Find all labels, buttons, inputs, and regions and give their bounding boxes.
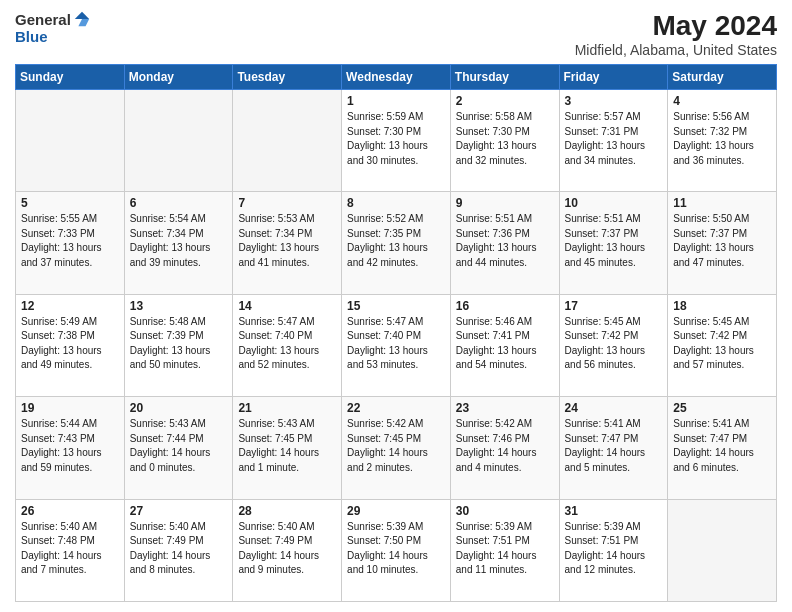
day-number: 17 — [565, 299, 663, 313]
day-number: 4 — [673, 94, 771, 108]
day-number: 3 — [565, 94, 663, 108]
calendar-cell: 14Sunrise: 5:47 AM Sunset: 7:40 PM Dayli… — [233, 294, 342, 396]
calendar-cell — [124, 90, 233, 192]
calendar-cell: 29Sunrise: 5:39 AM Sunset: 7:50 PM Dayli… — [342, 499, 451, 601]
week-row-3: 19Sunrise: 5:44 AM Sunset: 7:43 PM Dayli… — [16, 397, 777, 499]
day-header-tuesday: Tuesday — [233, 65, 342, 90]
calendar-cell: 15Sunrise: 5:47 AM Sunset: 7:40 PM Dayli… — [342, 294, 451, 396]
calendar-cell: 12Sunrise: 5:49 AM Sunset: 7:38 PM Dayli… — [16, 294, 125, 396]
day-number: 18 — [673, 299, 771, 313]
calendar-cell: 25Sunrise: 5:41 AM Sunset: 7:47 PM Dayli… — [668, 397, 777, 499]
calendar-cell — [16, 90, 125, 192]
day-info: Sunrise: 5:40 AM Sunset: 7:49 PM Dayligh… — [130, 520, 228, 578]
day-info: Sunrise: 5:45 AM Sunset: 7:42 PM Dayligh… — [673, 315, 771, 373]
calendar-cell: 30Sunrise: 5:39 AM Sunset: 7:51 PM Dayli… — [450, 499, 559, 601]
svg-marker-0 — [75, 12, 89, 19]
day-info: Sunrise: 5:43 AM Sunset: 7:44 PM Dayligh… — [130, 417, 228, 475]
day-number: 1 — [347, 94, 445, 108]
day-number: 5 — [21, 196, 119, 210]
day-info: Sunrise: 5:59 AM Sunset: 7:30 PM Dayligh… — [347, 110, 445, 168]
calendar-cell: 21Sunrise: 5:43 AM Sunset: 7:45 PM Dayli… — [233, 397, 342, 499]
day-info: Sunrise: 5:43 AM Sunset: 7:45 PM Dayligh… — [238, 417, 336, 475]
day-header-wednesday: Wednesday — [342, 65, 451, 90]
day-info: Sunrise: 5:51 AM Sunset: 7:36 PM Dayligh… — [456, 212, 554, 270]
day-number: 30 — [456, 504, 554, 518]
day-number: 29 — [347, 504, 445, 518]
calendar-cell: 4Sunrise: 5:56 AM Sunset: 7:32 PM Daylig… — [668, 90, 777, 192]
calendar-cell — [233, 90, 342, 192]
day-info: Sunrise: 5:49 AM Sunset: 7:38 PM Dayligh… — [21, 315, 119, 373]
day-info: Sunrise: 5:56 AM Sunset: 7:32 PM Dayligh… — [673, 110, 771, 168]
day-number: 12 — [21, 299, 119, 313]
logo-general-text: General — [15, 11, 71, 28]
week-row-0: 1Sunrise: 5:59 AM Sunset: 7:30 PM Daylig… — [16, 90, 777, 192]
page: General Blue May 2024 Midfield, Alabama,… — [0, 0, 792, 612]
day-info: Sunrise: 5:53 AM Sunset: 7:34 PM Dayligh… — [238, 212, 336, 270]
calendar-cell: 24Sunrise: 5:41 AM Sunset: 7:47 PM Dayli… — [559, 397, 668, 499]
day-info: Sunrise: 5:39 AM Sunset: 7:50 PM Dayligh… — [347, 520, 445, 578]
header: General Blue May 2024 Midfield, Alabama,… — [15, 10, 777, 58]
calendar-cell: 16Sunrise: 5:46 AM Sunset: 7:41 PM Dayli… — [450, 294, 559, 396]
day-number: 20 — [130, 401, 228, 415]
day-number: 11 — [673, 196, 771, 210]
day-number: 13 — [130, 299, 228, 313]
day-number: 28 — [238, 504, 336, 518]
day-number: 22 — [347, 401, 445, 415]
logo: General Blue — [15, 10, 91, 45]
day-number: 19 — [21, 401, 119, 415]
logo-blue-text: Blue — [15, 28, 48, 45]
main-title: May 2024 — [575, 10, 777, 42]
week-row-2: 12Sunrise: 5:49 AM Sunset: 7:38 PM Dayli… — [16, 294, 777, 396]
calendar-table: SundayMondayTuesdayWednesdayThursdayFrid… — [15, 64, 777, 602]
calendar-cell: 26Sunrise: 5:40 AM Sunset: 7:48 PM Dayli… — [16, 499, 125, 601]
week-row-4: 26Sunrise: 5:40 AM Sunset: 7:48 PM Dayli… — [16, 499, 777, 601]
day-number: 9 — [456, 196, 554, 210]
day-number: 31 — [565, 504, 663, 518]
calendar-cell: 17Sunrise: 5:45 AM Sunset: 7:42 PM Dayli… — [559, 294, 668, 396]
calendar-cell: 6Sunrise: 5:54 AM Sunset: 7:34 PM Daylig… — [124, 192, 233, 294]
calendar-cell: 11Sunrise: 5:50 AM Sunset: 7:37 PM Dayli… — [668, 192, 777, 294]
day-header-saturday: Saturday — [668, 65, 777, 90]
calendar-cell: 31Sunrise: 5:39 AM Sunset: 7:51 PM Dayli… — [559, 499, 668, 601]
header-row: SundayMondayTuesdayWednesdayThursdayFrid… — [16, 65, 777, 90]
calendar-body: 1Sunrise: 5:59 AM Sunset: 7:30 PM Daylig… — [16, 90, 777, 602]
day-info: Sunrise: 5:44 AM Sunset: 7:43 PM Dayligh… — [21, 417, 119, 475]
day-number: 16 — [456, 299, 554, 313]
calendar-cell: 28Sunrise: 5:40 AM Sunset: 7:49 PM Dayli… — [233, 499, 342, 601]
calendar-cell: 22Sunrise: 5:42 AM Sunset: 7:45 PM Dayli… — [342, 397, 451, 499]
calendar-cell: 7Sunrise: 5:53 AM Sunset: 7:34 PM Daylig… — [233, 192, 342, 294]
day-info: Sunrise: 5:54 AM Sunset: 7:34 PM Dayligh… — [130, 212, 228, 270]
day-number: 2 — [456, 94, 554, 108]
calendar-cell: 19Sunrise: 5:44 AM Sunset: 7:43 PM Dayli… — [16, 397, 125, 499]
day-info: Sunrise: 5:41 AM Sunset: 7:47 PM Dayligh… — [673, 417, 771, 475]
calendar-cell: 3Sunrise: 5:57 AM Sunset: 7:31 PM Daylig… — [559, 90, 668, 192]
calendar-cell: 9Sunrise: 5:51 AM Sunset: 7:36 PM Daylig… — [450, 192, 559, 294]
calendar-cell: 8Sunrise: 5:52 AM Sunset: 7:35 PM Daylig… — [342, 192, 451, 294]
day-number: 23 — [456, 401, 554, 415]
title-block: May 2024 Midfield, Alabama, United State… — [575, 10, 777, 58]
day-number: 25 — [673, 401, 771, 415]
day-info: Sunrise: 5:47 AM Sunset: 7:40 PM Dayligh… — [347, 315, 445, 373]
day-info: Sunrise: 5:52 AM Sunset: 7:35 PM Dayligh… — [347, 212, 445, 270]
day-info: Sunrise: 5:50 AM Sunset: 7:37 PM Dayligh… — [673, 212, 771, 270]
day-number: 24 — [565, 401, 663, 415]
day-info: Sunrise: 5:39 AM Sunset: 7:51 PM Dayligh… — [456, 520, 554, 578]
day-info: Sunrise: 5:48 AM Sunset: 7:39 PM Dayligh… — [130, 315, 228, 373]
svg-marker-1 — [78, 19, 89, 26]
day-info: Sunrise: 5:45 AM Sunset: 7:42 PM Dayligh… — [565, 315, 663, 373]
day-info: Sunrise: 5:57 AM Sunset: 7:31 PM Dayligh… — [565, 110, 663, 168]
day-info: Sunrise: 5:58 AM Sunset: 7:30 PM Dayligh… — [456, 110, 554, 168]
day-number: 10 — [565, 196, 663, 210]
day-header-monday: Monday — [124, 65, 233, 90]
calendar-cell: 2Sunrise: 5:58 AM Sunset: 7:30 PM Daylig… — [450, 90, 559, 192]
calendar-cell: 13Sunrise: 5:48 AM Sunset: 7:39 PM Dayli… — [124, 294, 233, 396]
day-number: 21 — [238, 401, 336, 415]
day-header-thursday: Thursday — [450, 65, 559, 90]
day-number: 26 — [21, 504, 119, 518]
day-number: 27 — [130, 504, 228, 518]
day-info: Sunrise: 5:47 AM Sunset: 7:40 PM Dayligh… — [238, 315, 336, 373]
day-info: Sunrise: 5:51 AM Sunset: 7:37 PM Dayligh… — [565, 212, 663, 270]
day-number: 15 — [347, 299, 445, 313]
day-info: Sunrise: 5:41 AM Sunset: 7:47 PM Dayligh… — [565, 417, 663, 475]
day-info: Sunrise: 5:46 AM Sunset: 7:41 PM Dayligh… — [456, 315, 554, 373]
